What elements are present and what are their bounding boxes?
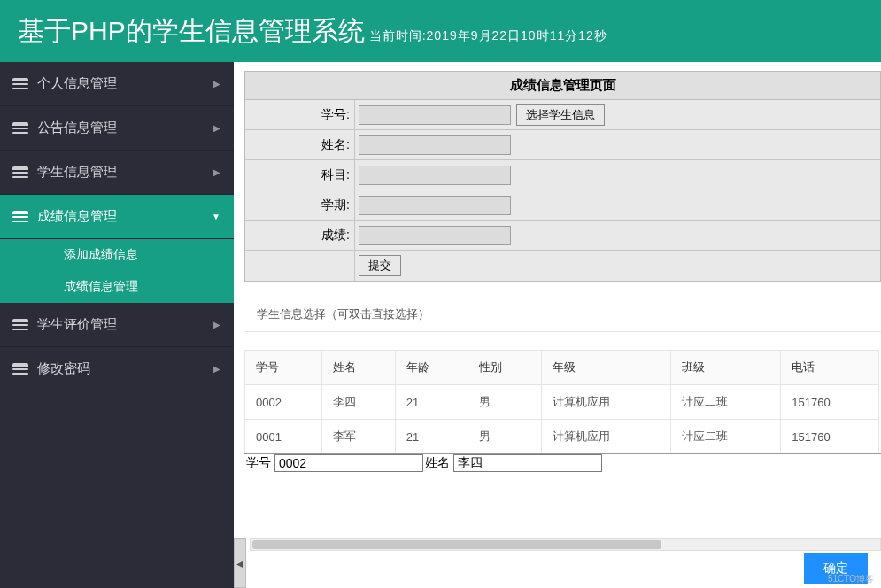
sidebar-item-label: 学生信息管理 [37, 164, 117, 181]
main-content: 成绩信息管理页面 学号: 选择学生信息 姓名: 科目: [234, 62, 881, 588]
sidebar-item-label: 成绩信息管理 [37, 208, 117, 225]
label-name: 姓名: [245, 130, 355, 159]
scrollbar-thumb[interactable] [252, 540, 661, 549]
table-row[interactable]: 0002 李四 21 男 计算机应用 计应二班 151760 [245, 385, 879, 420]
sidebar-item-label: 公告信息管理 [37, 120, 117, 136]
chevron-right-icon: ▶ [213, 167, 220, 177]
input-subject[interactable] [359, 166, 511, 185]
label-score: 成绩: [245, 220, 355, 250]
input-score[interactable] [359, 226, 511, 245]
stack-icon [12, 78, 28, 90]
sidebar-item-personal[interactable]: 个人信息管理 ▶ [0, 62, 234, 106]
student-select-panel: 学生信息选择（可双击直接选择） 学号 姓名 年龄 性别 年级 班级 电话 [244, 298, 881, 472]
stack-icon [12, 166, 28, 179]
app-title: 基于PHP的学生信息管理系统 [18, 13, 365, 50]
table-row[interactable]: 0001 李军 21 男 计算机应用 计应二班 151760 [245, 420, 879, 454]
filter-row: 学号 姓名 [244, 453, 881, 472]
filter-id-label: 学号 [246, 455, 271, 471]
col-class: 班级 [670, 351, 781, 385]
stack-icon [12, 319, 28, 331]
chevron-down-icon: ▼ [212, 212, 220, 221]
horizontal-scrollbar[interactable] [250, 538, 881, 551]
filter-name-input[interactable] [453, 454, 602, 472]
col-id: 学号 [245, 351, 322, 385]
chevron-right-icon: ▶ [213, 123, 220, 133]
label-term: 学期: [245, 190, 355, 220]
table-header-row: 学号 姓名 年龄 性别 年级 班级 电话 [245, 351, 879, 385]
col-gender: 性别 [468, 351, 542, 385]
submit-button[interactable]: 提交 [359, 255, 401, 276]
col-phone: 电话 [781, 351, 879, 385]
sidebar-item-announcement[interactable]: 公告信息管理 ▶ [0, 106, 234, 151]
filter-id-input[interactable] [274, 454, 423, 472]
select-panel-title: 学生信息选择（可双击直接选择） [244, 298, 881, 332]
app-header: 基于PHP的学生信息管理系统 当前时间:2019年9月22日10时11分12秒 [0, 0, 881, 62]
sidebar: 个人信息管理 ▶ 公告信息管理 ▶ 学生信息管理 ▶ 成绩信息管理 ▼ 添加成绩… [0, 62, 234, 588]
collapse-handle[interactable]: ◀ [234, 538, 246, 588]
sidebar-item-password[interactable]: 修改密码 ▶ [0, 347, 234, 391]
sidebar-item-label: 学生评价管理 [37, 316, 117, 333]
sidebar-item-label: 个人信息管理 [37, 75, 117, 92]
select-student-button[interactable]: 选择学生信息 [516, 104, 605, 126]
input-term[interactable] [359, 196, 511, 215]
sidebar-item-evaluation[interactable]: 学生评价管理 ▶ [0, 303, 234, 347]
chevron-right-icon: ▶ [213, 79, 220, 89]
label-subject: 科目: [245, 160, 355, 190]
stack-icon [12, 363, 28, 375]
filter-name-label: 姓名 [425, 455, 450, 471]
sidebar-item-grades[interactable]: 成绩信息管理 ▼ [0, 195, 234, 239]
submenu-manage-grade[interactable]: 成绩信息管理 [0, 271, 234, 303]
panel-title: 成绩信息管理页面 [245, 72, 880, 100]
stack-icon [12, 211, 28, 223]
sidebar-item-label: 修改密码 [37, 360, 90, 377]
input-name[interactable] [359, 135, 511, 155]
confirm-button[interactable]: 确定 [804, 553, 868, 584]
chevron-right-icon: ▶ [213, 364, 220, 374]
col-age: 年龄 [395, 351, 468, 385]
submenu-grades: 添加成绩信息 成绩信息管理 [0, 239, 234, 303]
current-time: 当前时间:2019年9月22日10时11分12秒 [369, 28, 607, 44]
submenu-add-grade[interactable]: 添加成绩信息 [0, 239, 234, 271]
input-student-id[interactable] [359, 105, 511, 125]
grade-form-panel: 成绩信息管理页面 学号: 选择学生信息 姓名: 科目: [244, 71, 881, 282]
label-student-id: 学号: [245, 100, 355, 129]
stack-icon [12, 122, 28, 135]
col-name: 姓名 [322, 351, 396, 385]
sidebar-item-student[interactable]: 学生信息管理 ▶ [0, 151, 234, 195]
chevron-right-icon: ▶ [213, 320, 220, 329]
student-table: 学号 姓名 年龄 性别 年级 班级 电话 0002 李四 [244, 350, 879, 454]
label-empty [245, 251, 355, 281]
col-grade: 年级 [541, 351, 670, 385]
